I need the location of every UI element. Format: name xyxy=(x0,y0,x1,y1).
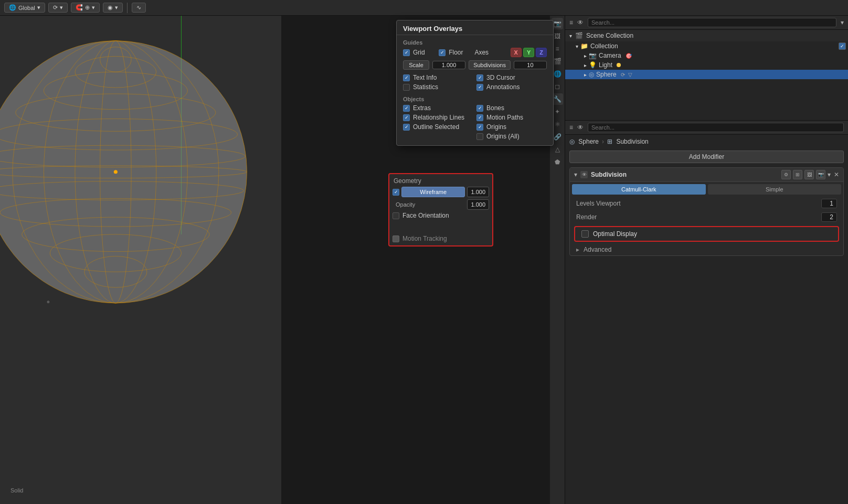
levels-viewport-value[interactable]: 1 xyxy=(821,199,837,208)
motionpaths-col: ✓ Motion Paths xyxy=(476,114,547,121)
y-axis-btn[interactable]: Y xyxy=(523,48,534,57)
breadcrumb: ◎ Sphere › ⊞ Subdivision xyxy=(565,135,848,148)
motion-tracking-checkbox[interactable] xyxy=(393,235,399,242)
advanced-collapse-icon: ▸ xyxy=(576,246,579,253)
properties-header: ≡ 👁 xyxy=(565,121,848,135)
opacity-value[interactable]: 1.000 xyxy=(467,199,489,210)
axes-label: Axes xyxy=(474,49,489,56)
proportional-btn[interactable]: ◉ ▾ xyxy=(103,3,123,13)
guides-row: ✓ Grid ✓ Floor Axes X Y Z xyxy=(397,47,553,58)
originsall-checkbox[interactable] xyxy=(476,133,483,140)
scene-collection-icon: 🎬 xyxy=(575,32,583,39)
sphere-bc-label: Sphere xyxy=(578,138,599,145)
wireframe-row: ✓ Wireframe 1.000 xyxy=(393,187,489,197)
collection-visibility[interactable]: ✓ xyxy=(839,42,846,50)
global-selector[interactable]: 🌐 Global ▾ xyxy=(4,3,45,13)
motionpaths-checkbox[interactable]: ✓ xyxy=(476,114,483,121)
outline-checkbox[interactable]: ✓ xyxy=(403,124,410,131)
textinfo-checkbox[interactable]: ✓ xyxy=(403,74,410,81)
camera-label: Camera xyxy=(599,52,621,59)
props-view-icon: 👁 xyxy=(577,124,584,131)
globe-icon: 🌐 xyxy=(9,4,16,11)
origins-checkbox[interactable]: ✓ xyxy=(476,124,483,131)
optimal-display-checkbox[interactable] xyxy=(581,230,589,238)
axes-btns: X Y Z xyxy=(511,48,547,57)
z-axis-btn[interactable]: Z xyxy=(536,48,547,57)
floor-label: Floor xyxy=(449,49,463,56)
wave-btn[interactable]: ∿ xyxy=(132,3,146,13)
scene-collection-header: ▾ 🎬 Scene Collection xyxy=(565,30,848,41)
add-modifier-button[interactable]: Add Modifier xyxy=(569,151,844,163)
originsall-label: Origins (All) xyxy=(486,133,520,140)
originsall-row: Origins (All) xyxy=(397,132,553,141)
tab-simple[interactable]: Simple xyxy=(708,184,842,195)
extras-bones-row: ✓ Extras ✓ Bones xyxy=(397,103,553,113)
proportional-icon: ◉ xyxy=(108,4,113,11)
grid-checkbox[interactable]: ✓ xyxy=(403,49,410,56)
modifier-icon-camera[interactable]: 📷 xyxy=(816,170,825,179)
subdivisions-label-box: Subdivisions xyxy=(469,60,511,70)
render-value[interactable]: 2 xyxy=(821,212,837,222)
filter-icon[interactable]: ▾ xyxy=(841,19,844,26)
props-search[interactable] xyxy=(588,123,844,132)
subdiv-bc-label: Subdivision xyxy=(616,138,648,145)
popup-title: Viewport Overlays xyxy=(397,20,553,35)
modifier-icons: ⚙ ⊞ 🖼 📷 ▾ ✕ xyxy=(781,170,839,179)
x-axis-btn[interactable]: X xyxy=(511,48,522,57)
view-btn[interactable]: ⟳ ▾ xyxy=(48,3,68,13)
props-icon-data[interactable]: △ xyxy=(552,144,563,155)
origins-label: Origins xyxy=(486,123,506,131)
viewport-info: Solid xyxy=(10,487,23,494)
outliner-collection[interactable]: ▾ 📁 Collection ✓ xyxy=(565,41,848,51)
cursor3d-checkbox[interactable]: ✓ xyxy=(476,74,483,81)
advanced-label: Advanced xyxy=(584,246,611,253)
annotations-checkbox[interactable]: ✓ xyxy=(476,84,483,91)
viewport-overlays-popup: Viewport Overlays Guides ✓ Grid ✓ Floor … xyxy=(396,20,554,146)
viewport-3d[interactable]: ⊕ Solid xyxy=(0,16,281,504)
extras-checkbox[interactable]: ✓ xyxy=(403,105,410,112)
light-icon: 💡 xyxy=(589,61,597,69)
outline-origins-row: ✓ Outline Selected ✓ Origins xyxy=(397,122,553,132)
face-orientation-checkbox[interactable] xyxy=(393,212,399,219)
guides-section-label: Guides xyxy=(397,37,553,47)
modifier-vis-icon: 👁 xyxy=(580,171,588,178)
annotations-col: ✓ Annotations xyxy=(476,83,547,91)
modifier-name: Subdivision xyxy=(591,171,627,178)
outliner-light[interactable]: ▸ 💡 Light xyxy=(565,60,848,70)
tab-catmull-clark[interactable]: Catmull-Clark xyxy=(572,184,706,195)
chevron-down-icon: ▾ xyxy=(37,4,40,11)
bones-checkbox[interactable]: ✓ xyxy=(476,105,483,112)
props-mode-icon: ≡ xyxy=(569,124,573,131)
scene-collection-label: Scene Collection xyxy=(586,32,633,39)
modifier-icon-wrench[interactable]: ⚙ xyxy=(781,170,791,179)
modifier-icon-copy[interactable]: ⊞ xyxy=(793,170,802,179)
annotations-label: Annotations xyxy=(486,83,520,91)
stats-checkbox[interactable] xyxy=(403,84,410,91)
outliner-camera[interactable]: ▸ 📷 Camera 🎯 xyxy=(565,51,848,60)
sphere-extra1: ⟳ xyxy=(621,72,625,78)
modifier-icon-render[interactable]: 🖼 xyxy=(804,170,814,179)
stats-annotations-row: Statistics ✓ Annotations xyxy=(397,82,553,92)
outliner-sphere[interactable]: ▸ ◎ Sphere ⟳ ▽ xyxy=(565,70,848,79)
top-toolbar: 🌐 Global ▾ ⟳ ▾ 🧲 ⊕ ▾ ◉ ▾ ∿ xyxy=(0,0,848,16)
chevron-down-icon2: ▾ xyxy=(60,4,63,11)
advanced-row[interactable]: ▸ Advanced xyxy=(570,244,843,255)
outliner: ≡ 👁 ▾ ▾ 🎬 Scene Collection ▾ 📁 Collectio… xyxy=(565,16,848,121)
motion-tracking-label: Motion Tracking xyxy=(402,235,447,242)
modifier-close-icon[interactable]: ✕ xyxy=(834,171,839,178)
modifier-collapse[interactable]: ▾ xyxy=(574,171,577,178)
floor-checkbox[interactable]: ✓ xyxy=(439,49,446,56)
wireframe-checkbox[interactable]: ✓ xyxy=(393,189,399,196)
props-icon-material[interactable]: ⬟ xyxy=(552,156,563,168)
scale-value-box[interactable]: 1.000 xyxy=(432,61,465,69)
sphere-label: Sphere xyxy=(596,71,617,78)
wireframe-button[interactable]: Wireframe xyxy=(401,187,465,197)
global-label: Global xyxy=(18,5,35,11)
outliner-search[interactable] xyxy=(588,18,836,27)
origins-col: ✓ Origins xyxy=(476,123,547,131)
snap-btn[interactable]: 🧲 ⊕ ▾ xyxy=(71,3,100,13)
expand-arrow: ▾ xyxy=(576,44,578,49)
subdivisions-value-box[interactable]: 10 xyxy=(514,61,547,69)
wireframe-value[interactable]: 1.000 xyxy=(467,187,489,197)
rellines-checkbox[interactable]: ✓ xyxy=(403,114,410,121)
